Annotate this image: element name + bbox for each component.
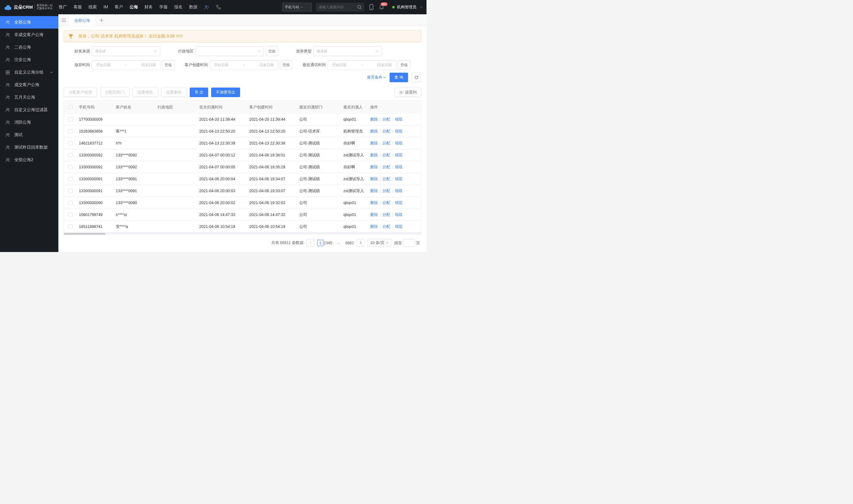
row-checkbox[interactable] — [69, 165, 73, 169]
sidebar-item[interactable]: 自定义公海分组 — [0, 66, 58, 79]
topnav-item[interactable]: IM — [103, 4, 108, 10]
notification-icon[interactable]: 99+ — [379, 4, 384, 10]
row-checkbox[interactable] — [69, 201, 73, 205]
row-assign-link[interactable]: 分配 — [382, 152, 390, 158]
abandon-time-range[interactable]: 开始日期~结束日期 — [92, 60, 160, 70]
row-checkbox[interactable] — [69, 189, 73, 193]
row-claim-link[interactable]: 领取 — [395, 224, 403, 229]
row-delete-link[interactable]: 删除 — [370, 176, 378, 182]
row-checkbox[interactable] — [69, 141, 73, 145]
sidebar-item[interactable]: 成交客户公海 — [0, 79, 58, 91]
page-ellipsis[interactable]: ··· — [335, 241, 342, 245]
sidebar-item[interactable]: 全部公海 — [0, 16, 58, 29]
row-claim-link[interactable]: 领取 — [395, 164, 403, 170]
page-jump-input[interactable] — [403, 239, 415, 247]
sidebar-item[interactable]: 二咨公海 — [0, 41, 58, 54]
row-delete-link[interactable]: 删除 — [370, 188, 378, 194]
sidebar-item[interactable]: 消防公海 — [0, 116, 58, 129]
horizontal-scrollbar[interactable] — [64, 233, 421, 235]
next-page-button[interactable] — [357, 239, 365, 247]
friend-source-select[interactable]: 请选择 — [92, 47, 160, 56]
page-number[interactable]: 4 — [328, 241, 330, 245]
reload-button[interactable] — [412, 73, 421, 82]
row-checkbox[interactable] — [69, 129, 73, 133]
row-assign-link[interactable]: 分配 — [382, 129, 390, 134]
row-claim-link[interactable]: 领取 — [395, 141, 403, 146]
row-assign-link[interactable]: 分配 — [382, 117, 390, 122]
topnav-item[interactable]: 客户 — [115, 4, 123, 10]
prev-page-button[interactable] — [307, 239, 314, 247]
row-claim-link[interactable]: 领取 — [395, 200, 403, 205]
row-delete-link[interactable]: 删除 — [370, 164, 378, 170]
page-number[interactable]: 6882 — [345, 241, 354, 245]
page-size-select[interactable]: 10 条/页 — [367, 239, 392, 247]
row-delete-link[interactable]: 删除 — [370, 117, 378, 122]
row-assign-link[interactable]: 分配 — [382, 224, 390, 229]
row-checkbox[interactable] — [69, 118, 73, 122]
null-value-btn[interactable]: 空值 — [162, 60, 175, 70]
batch-delete-button[interactable]: 批量删除 — [161, 88, 187, 97]
abandon-type-select[interactable]: 请选择 — [313, 47, 382, 56]
search-input[interactable] — [316, 3, 355, 12]
row-checkbox[interactable] — [69, 153, 73, 157]
sidebar-item[interactable]: 注安公海 — [0, 54, 58, 66]
topnav-item[interactable]: 线索 — [88, 4, 97, 10]
assign-dept-button[interactable]: 分配到部门 — [100, 88, 130, 97]
null-value-btn[interactable]: 空值 — [398, 60, 411, 70]
sidebar-item[interactable]: 全部公海2 — [0, 154, 58, 166]
row-assign-link[interactable]: 分配 — [382, 176, 390, 182]
row-checkbox[interactable] — [69, 213, 73, 217]
row-assign-link[interactable]: 分配 — [382, 164, 390, 170]
assign-manager-button[interactable]: 分配客户经理 — [64, 88, 97, 97]
scroll-thumb[interactable] — [64, 233, 105, 235]
search-type-select[interactable]: 手机号码 — [282, 3, 312, 12]
search-icon[interactable] — [357, 5, 362, 10]
phone-icon[interactable] — [216, 4, 221, 10]
sidebar-item[interactable]: 测试 — [0, 129, 58, 141]
page-number[interactable]: 5 — [330, 241, 332, 245]
export-button[interactable]: 导 出 — [190, 88, 208, 97]
topnav-item[interactable]: 报名 — [174, 4, 183, 10]
tab-add[interactable] — [96, 14, 108, 26]
row-assign-link[interactable]: 分配 — [382, 200, 390, 205]
sidebar-item[interactable]: 非成交客户公海 — [0, 29, 58, 41]
page-number[interactable]: 3 — [326, 241, 328, 245]
select-all-checkbox[interactable] — [69, 105, 73, 109]
admin-region-select[interactable] — [195, 47, 264, 56]
export-nomask-button[interactable]: 不加密导出 — [211, 88, 240, 97]
row-delete-link[interactable]: 删除 — [370, 129, 378, 134]
page-number[interactable]: 1 — [317, 240, 324, 246]
logo[interactable]: 云朵CRM 教育机构一站 式服务云平台 — [4, 4, 53, 10]
row-checkbox[interactable] — [69, 224, 73, 229]
topnav-item[interactable]: 客服 — [74, 4, 82, 10]
customer-create-range[interactable]: 开始日期~结束日期 — [210, 60, 278, 70]
topnav-item[interactable]: 财务 — [144, 4, 153, 10]
row-delete-link[interactable]: 删除 — [370, 224, 378, 229]
row-assign-link[interactable]: 分配 — [382, 212, 390, 217]
expand-filters-link[interactable]: 展开条件 — [367, 75, 386, 80]
tabs-menu-icon[interactable] — [58, 14, 69, 26]
topnav-item[interactable]: 数据 — [189, 4, 198, 10]
row-delete-link[interactable]: 删除 — [370, 212, 378, 217]
user-plus-icon[interactable] — [204, 4, 210, 10]
row-claim-link[interactable]: 领取 — [395, 188, 403, 194]
sidebar-item[interactable]: 自定义公海过滤器 — [0, 104, 58, 116]
row-claim-link[interactable]: 领取 — [395, 129, 403, 134]
topnav-item[interactable]: 推广 — [59, 4, 67, 10]
mobile-icon[interactable] — [368, 4, 375, 10]
sidebar-item[interactable]: 测试昨日回库数据 — [0, 141, 58, 154]
topnav-item[interactable]: 学服 — [159, 4, 168, 10]
row-checkbox[interactable] — [69, 177, 73, 181]
row-claim-link[interactable]: 领取 — [395, 117, 403, 122]
row-delete-link[interactable]: 删除 — [370, 200, 378, 205]
null-value-btn[interactable]: 空值 — [266, 47, 278, 56]
row-assign-link[interactable]: 分配 — [382, 188, 390, 194]
set-columns-button[interactable]: 设置列 — [395, 88, 421, 97]
tab-current[interactable]: 全部公海 — [69, 14, 96, 26]
row-claim-link[interactable]: 领取 — [395, 176, 403, 182]
row-delete-link[interactable]: 删除 — [370, 152, 378, 158]
query-button[interactable]: 查 询 — [389, 73, 408, 82]
topnav-item[interactable]: 公海 — [130, 4, 138, 10]
last-call-range[interactable]: 开始日期~结束日期 — [328, 60, 396, 70]
row-assign-link[interactable]: 分配 — [382, 141, 390, 146]
